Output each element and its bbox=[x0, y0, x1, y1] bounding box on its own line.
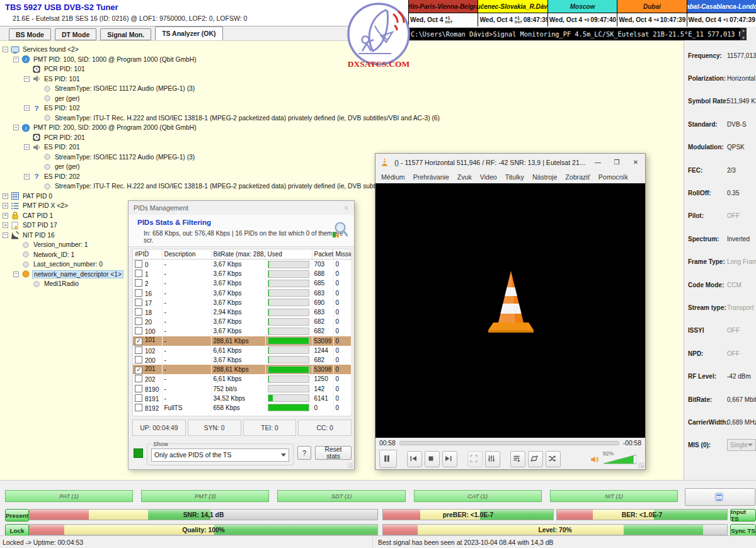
pid-checkbox[interactable] bbox=[135, 346, 142, 354]
pid-checkbox[interactable] bbox=[135, 394, 142, 402]
search-icon[interactable] bbox=[331, 221, 348, 239]
tree-node-label[interactable]: Version_number: 1 bbox=[32, 241, 89, 248]
pid-checkbox[interactable] bbox=[135, 327, 142, 334]
tree-node[interactable]: PCR PID: 201 bbox=[3, 133, 441, 143]
tree-node[interactable]: −ES PID: 101 bbox=[3, 74, 441, 84]
tree-node[interactable]: StreamType: ISO/IEC 11172 Audio (MPEG-1)… bbox=[3, 84, 441, 94]
tree-node[interactable]: −♪PMT PID: 200, SID: 2000 @ Program 2000… bbox=[3, 123, 441, 133]
column-header[interactable]: Description bbox=[162, 249, 211, 260]
playlist-button[interactable] bbox=[510, 451, 525, 467]
stop-button[interactable] bbox=[425, 451, 440, 467]
collapse-icon[interactable]: − bbox=[24, 174, 30, 180]
menu-zvuk[interactable]: Zvuk bbox=[457, 173, 472, 181]
fullscreen-button[interactable] bbox=[467, 451, 483, 467]
tab-bs-mode[interactable]: BS Mode bbox=[9, 28, 51, 40]
maximize-button[interactable]: ❐ bbox=[607, 154, 626, 171]
pid-row[interactable]: 16-3,67 Kbps6830 bbox=[133, 288, 351, 298]
tree-node-label[interactable]: Medi1Radio bbox=[43, 280, 80, 287]
tree-node-label[interactable]: network_name_descriptor <1> bbox=[32, 270, 123, 278]
vlc-titlebar[interactable]: () - 11577 Horizontal 511,946 / RF: -42 … bbox=[375, 154, 645, 171]
pid-row[interactable]: 100-3,67 Kbps6820 bbox=[133, 326, 351, 336]
pid-row[interactable]: 2-3,67 Kbps6850 bbox=[133, 278, 351, 288]
pid-row[interactable]: 102-6,61 Kbps12440 bbox=[133, 346, 351, 355]
collapse-icon[interactable]: − bbox=[24, 144, 30, 150]
tree-node[interactable]: ger (ger) bbox=[3, 94, 441, 104]
close-button[interactable]: ✕ bbox=[626, 154, 645, 171]
pid-checkbox[interactable]: ✓ bbox=[135, 367, 142, 374]
reset-stats-button[interactable]: Reset stats bbox=[315, 446, 352, 460]
tree-node-label[interactable]: SDT PID 17 bbox=[21, 222, 59, 229]
expand-icon[interactable]: + bbox=[3, 193, 8, 199]
console-scrollbar[interactable]: ▲ ▼ bbox=[740, 28, 747, 40]
tree-node-label[interactable]: ES PID: 202 bbox=[43, 173, 81, 180]
pid-row[interactable]: 202-6,61 Kbps12500 bbox=[133, 374, 351, 384]
column-header[interactable]: #PID^ bbox=[133, 249, 162, 260]
pid-row[interactable]: ✓101-288,61 Kbps530990 bbox=[133, 336, 351, 346]
tree-node-label[interactable]: PMT PID: 200, SID: 2000 @ Program 2000 (… bbox=[32, 124, 198, 131]
present-button[interactable]: Present bbox=[5, 509, 29, 522]
collapse-icon[interactable]: − bbox=[24, 105, 30, 111]
tree-node-label[interactable]: ger (ger) bbox=[54, 95, 81, 102]
show-filter-select[interactable]: Only active PIDS of the TS bbox=[151, 448, 289, 462]
pid-row[interactable]: 18-2,94 Kbps6830 bbox=[133, 307, 351, 317]
tab-signal-mon-[interactable]: Signal Mon. bbox=[100, 28, 151, 40]
random-button[interactable] bbox=[546, 451, 561, 467]
column-header[interactable]: Missing bbox=[333, 249, 351, 260]
sync-ts-button[interactable]: Sync TS bbox=[730, 524, 756, 537]
tree-node-label[interactable]: ger (ger) bbox=[54, 163, 81, 170]
collapse-icon[interactable]: − bbox=[3, 232, 8, 238]
tree-node[interactable]: −?ES PID: 102 bbox=[3, 103, 441, 113]
tree-node-label[interactable]: PMT PID X <2> bbox=[21, 202, 69, 209]
close-icon[interactable]: ✕ bbox=[344, 205, 349, 212]
tree-node-label[interactable]: CAT PID 1 bbox=[21, 212, 54, 219]
menu-nstroje[interactable]: Nástroje bbox=[532, 173, 557, 181]
collapse-icon[interactable]: − bbox=[13, 125, 19, 130]
vlc-seek-bar[interactable] bbox=[399, 441, 619, 445]
expand-icon[interactable]: + bbox=[3, 213, 8, 219]
tree-node-label[interactable]: NIT PID 16 bbox=[21, 232, 56, 239]
tree-node-label[interactable]: Network_ID: 1 bbox=[32, 251, 76, 258]
table-list-button[interactable] bbox=[685, 488, 755, 506]
pid-checkbox[interactable] bbox=[135, 289, 142, 297]
previous-button[interactable] bbox=[407, 451, 422, 467]
tree-node-label[interactable]: PCR PID: 101 bbox=[43, 66, 86, 72]
menu-zobrazi[interactable]: Zobraziť bbox=[565, 173, 590, 181]
resize-grip[interactable] bbox=[347, 462, 353, 468]
tree-node-label[interactable]: PAT PID 0 bbox=[21, 193, 54, 200]
scroll-up-icon[interactable]: ▲ bbox=[742, 28, 745, 32]
pid-checkbox[interactable] bbox=[135, 385, 142, 392]
lock-button[interactable]: Lock bbox=[5, 524, 29, 537]
menu-prehrvanie[interactable]: Prehrávanie bbox=[413, 173, 449, 181]
menu-video[interactable]: Video bbox=[480, 173, 497, 181]
pid-checkbox[interactable] bbox=[135, 299, 142, 306]
tree-node-label[interactable]: ES PID: 101 bbox=[43, 76, 81, 83]
pid-checkbox[interactable] bbox=[135, 375, 142, 382]
pid-row[interactable]: 0-3,67 Kbps7030 bbox=[133, 260, 351, 270]
tree-node-label[interactable]: PCR PID: 201 bbox=[43, 134, 86, 141]
column-header[interactable]: BitRate (max: 288,61 Kb... bbox=[211, 249, 265, 260]
minimize-button[interactable]: — bbox=[588, 154, 607, 171]
pid-checkbox[interactable] bbox=[135, 404, 142, 411]
scroll-down-icon[interactable]: ▼ bbox=[742, 36, 745, 40]
pids-window-titlebar[interactable]: PIDs Management ✕ bbox=[129, 201, 354, 215]
pid-row[interactable]: 1-3,67 Kbps6880 bbox=[133, 269, 351, 278]
menu-titulky[interactable]: Titulky bbox=[505, 173, 524, 181]
pid-row[interactable]: 8192FullTS658 Kbps00 bbox=[133, 403, 351, 413]
tree-node-label[interactable]: ES PID: 201 bbox=[43, 144, 81, 151]
pid-row[interactable]: 8191-34,52 Kbps61410 bbox=[133, 394, 351, 403]
tree-node[interactable]: StreamType: ITU-T Rec. H.222 and ISO/IEC… bbox=[3, 113, 441, 123]
pid-checkbox[interactable] bbox=[135, 317, 142, 325]
tree-node-label[interactable]: Services found <2> bbox=[21, 46, 80, 53]
column-header[interactable]: Packets bbox=[312, 249, 333, 260]
pid-row[interactable]: 200-3,67 Kbps6820 bbox=[133, 355, 351, 365]
extended-settings-button[interactable] bbox=[485, 451, 500, 467]
help-button[interactable]: ? bbox=[297, 446, 311, 460]
expand-icon[interactable]: + bbox=[3, 222, 8, 228]
pid-checkbox[interactable] bbox=[135, 270, 142, 277]
pid-checkbox[interactable] bbox=[135, 356, 142, 363]
pid-row[interactable]: 20-3,67 Kbps6820 bbox=[133, 317, 351, 326]
pause-button[interactable] bbox=[379, 450, 397, 468]
tree-node[interactable]: −ES PID: 201 bbox=[3, 142, 441, 152]
tab-ts-analyzer-ok-[interactable]: TS Analyzer (OK) bbox=[155, 26, 222, 40]
loop-button[interactable] bbox=[528, 451, 543, 467]
